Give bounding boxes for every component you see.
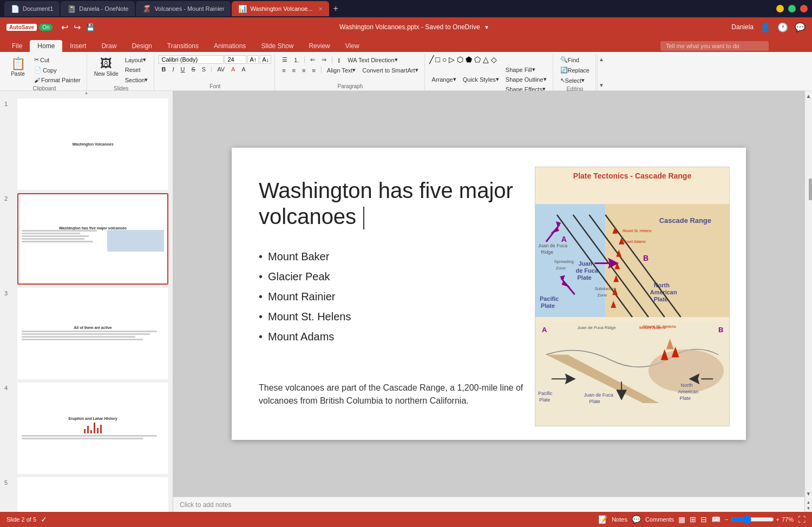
bold-button[interactable]: B: [159, 65, 168, 74]
minimize-button[interactable]: [776, 5, 784, 12]
undo-button[interactable]: ↩: [59, 21, 70, 34]
notes-bar[interactable]: Click to add notes: [173, 497, 804, 512]
ribbon-scroll-down[interactable]: ▼: [598, 81, 605, 89]
char-spacing-button[interactable]: AV: [214, 65, 227, 74]
arrange-button[interactable]: Arrange ▾: [429, 65, 459, 94]
cut-button[interactable]: ✂ Cut: [31, 55, 83, 64]
text-highlight-button[interactable]: A: [239, 65, 248, 74]
strikethrough-button[interactable]: S: [188, 65, 198, 74]
zoom-slider[interactable]: [731, 515, 774, 524]
zoom-out-arrow[interactable]: ▼: [807, 506, 811, 511]
tab-animations[interactable]: Animations: [206, 40, 253, 52]
new-slide-button[interactable]: 🖼 New Slide: [91, 55, 121, 78]
scroll-down-icon[interactable]: ▼: [805, 490, 812, 498]
paste-button[interactable]: 📋 Paste: [5, 55, 30, 78]
slide-thumb-3[interactable]: 3 All of them are active: [4, 288, 168, 379]
align-center-button[interactable]: ≡: [290, 65, 298, 75]
quick-styles-button[interactable]: Quick Styles ▾: [460, 65, 502, 94]
slide-canvas[interactable]: Washington has five major volcanoes • Mo…: [232, 148, 746, 440]
copy-button[interactable]: 📄 Copy: [31, 65, 83, 75]
notes-status-icon[interactable]: 📝: [598, 515, 607, 524]
tab-slideshow[interactable]: Slide Show: [253, 40, 301, 52]
text-direction-button[interactable]: WA Text Direction ▾: [345, 55, 400, 64]
view-normal-icon[interactable]: ▦: [678, 515, 685, 524]
autosave-toggle[interactable]: On: [39, 24, 53, 31]
shapes-palette[interactable]: ╱ □ ○ ▷ ⬡ ⬟ ⬠ △ ◇: [429, 55, 497, 64]
shape-fill-button[interactable]: Shape Fill ▾: [503, 65, 549, 74]
tab-mount-rainier[interactable]: 🌋 Volcanoes - Mount Rainier: [136, 1, 231, 16]
align-left-button[interactable]: ≡: [279, 65, 288, 75]
comments-label[interactable]: Comments: [645, 516, 674, 523]
history-icon[interactable]: 🕐: [777, 22, 788, 32]
plate-diagram[interactable]: Plate Tectonics - Cascade Range Ca: [535, 167, 730, 426]
view-slide-sorter-icon[interactable]: ⊟: [700, 515, 707, 524]
close-tab-icon[interactable]: ✕: [318, 6, 323, 12]
italic-button[interactable]: I: [169, 65, 176, 74]
tab-wa-volcanoes[interactable]: 📊 Washington Volcanoe... ✕: [232, 1, 329, 16]
select-button[interactable]: ↖ Select ▾: [558, 76, 588, 85]
view-reading-icon[interactable]: 📖: [711, 515, 721, 524]
shadow-button[interactable]: S: [199, 65, 208, 74]
tab-review[interactable]: Review: [301, 40, 337, 52]
maximize-button[interactable]: [788, 5, 796, 12]
zoom-in-arrow[interactable]: ▲: [807, 500, 811, 505]
font-name-input[interactable]: [159, 55, 224, 64]
section-button[interactable]: Section ▾: [122, 75, 151, 84]
slide-canvas-scroll[interactable]: Washington has five major volcanoes • Mo…: [173, 91, 804, 497]
tab-draw[interactable]: Draw: [94, 40, 124, 52]
redo-button[interactable]: ↪: [71, 21, 83, 34]
search-input[interactable]: [660, 41, 769, 51]
slide-thumb-2[interactable]: 2 Washington has five major volcanoes: [4, 193, 168, 285]
slide-title[interactable]: Washington has five major volcanoes: [259, 177, 540, 229]
font-size-input[interactable]: [225, 55, 246, 64]
columns-button[interactable]: ⫿: [335, 55, 344, 64]
decrease-indent-button[interactable]: ⇐: [307, 55, 318, 64]
underline-button[interactable]: U: [178, 65, 188, 74]
slide-thumb-4[interactable]: 4 Eruption and Lahar History: [4, 383, 168, 474]
increase-font-button[interactable]: A↑: [247, 55, 259, 64]
new-tab-button[interactable]: +: [330, 4, 342, 14]
account-icon[interactable]: 👤: [760, 22, 771, 32]
find-button[interactable]: 🔍 Find: [558, 55, 582, 64]
increase-indent-button[interactable]: ⇒: [319, 55, 329, 64]
close-button[interactable]: [800, 5, 808, 12]
notes-placeholder[interactable]: Click to add notes: [180, 501, 231, 509]
notes-label[interactable]: Notes: [612, 516, 627, 523]
reset-button[interactable]: Reset: [122, 65, 151, 74]
tab-document1[interactable]: 📄 Document1: [4, 1, 60, 16]
save-button[interactable]: 💾: [84, 21, 97, 34]
accessibility-icon[interactable]: ✓: [41, 515, 47, 524]
tab-transitions[interactable]: Transitions: [160, 40, 206, 52]
tab-view[interactable]: View: [338, 40, 367, 52]
justify-button[interactable]: ≡: [309, 65, 318, 75]
numbering-button[interactable]: 1.: [291, 55, 302, 64]
comments-status-icon[interactable]: 💬: [632, 515, 641, 524]
scroll-thumb[interactable]: [809, 179, 813, 200]
slide-bullets[interactable]: • Mount Baker • Glacier Peak • Mount Rai…: [259, 251, 540, 351]
slide-paragraph[interactable]: These volcanoes are part of the Cascade …: [259, 381, 546, 407]
right-scrollbar[interactable]: ▲ ▼ ▲ ▼: [804, 91, 812, 512]
convert-smartart-button[interactable]: Convert to SmartArt ▾: [359, 65, 421, 75]
layout-button[interactable]: Layout ▾: [122, 55, 151, 64]
slide-thumb-5[interactable]: 5: [4, 477, 168, 512]
slide-thumbnails[interactable]: 1 Washington Volcanoes 2 Washington has …: [0, 94, 173, 512]
tab-insert[interactable]: Insert: [62, 40, 94, 52]
align-text-button[interactable]: Align Text ▾: [324, 65, 359, 75]
align-right-button[interactable]: ≡: [299, 65, 308, 75]
tab-design[interactable]: Design: [124, 40, 159, 52]
fit-to-window-icon[interactable]: ⛶: [798, 515, 806, 524]
shape-outline-button[interactable]: Shape Outline ▾: [503, 75, 549, 84]
ribbon-scroll[interactable]: ▲ ▼: [597, 54, 605, 90]
tab-file[interactable]: File: [4, 40, 30, 52]
replace-button[interactable]: 🔄 Replace: [558, 65, 592, 75]
tab-onenote[interactable]: 📓 Daniela - OneNote: [61, 1, 135, 16]
slide-thumb-1[interactable]: 1 Washington Volcanoes: [4, 98, 168, 190]
ribbon-scroll-up[interactable]: ▲: [598, 55, 605, 63]
bullets-button[interactable]: ☰: [279, 55, 290, 64]
format-painter-button[interactable]: 🖌 Format Painter: [31, 76, 83, 84]
decrease-font-button[interactable]: A↓: [260, 55, 271, 64]
font-color-button[interactable]: A: [228, 65, 238, 74]
tab-home[interactable]: Home: [30, 40, 62, 52]
view-outline-icon[interactable]: ⊞: [690, 515, 696, 524]
scroll-up-icon[interactable]: ▲: [805, 92, 812, 100]
